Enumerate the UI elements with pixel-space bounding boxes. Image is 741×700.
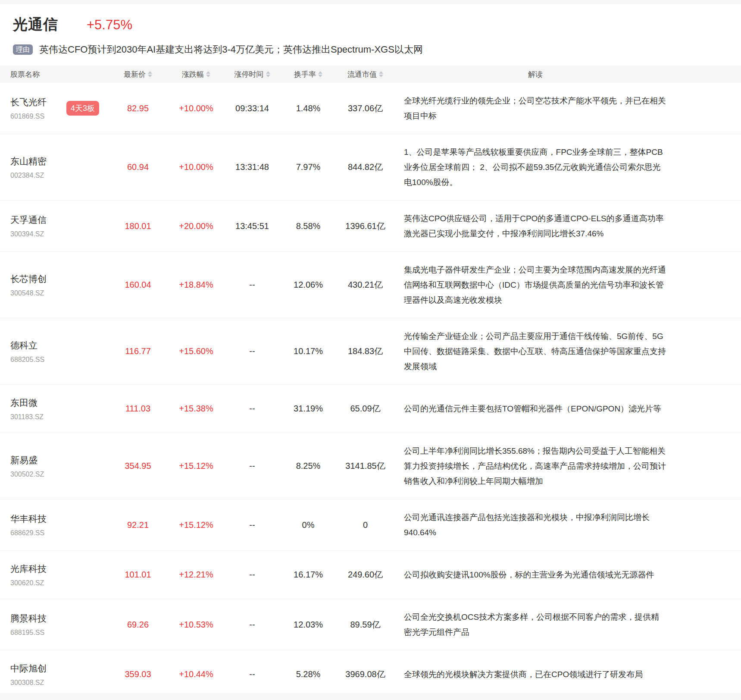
limit-up-streak-badge: 4天3板 [66, 101, 99, 116]
change-percent: +15.12% [168, 510, 224, 540]
limit-up-time: -- [224, 609, 280, 640]
stock-code: 688205.SS [10, 356, 55, 364]
stock-code: 688629.SS [10, 529, 55, 537]
stock-name[interactable]: 东山精密 [10, 155, 55, 167]
stock-name[interactable]: 天孚通信 [10, 214, 55, 226]
stock-name[interactable]: 中际旭创 [10, 662, 55, 675]
market-cap: 65.09亿 [336, 392, 394, 425]
table-row[interactable]: 德科立 688205.SS 116.77 +15.60% -- 10.17% 1… [0, 318, 741, 385]
market-cap: 1396.61亿 [336, 210, 394, 242]
stock-name[interactable]: 东田微 [10, 397, 55, 409]
interpretation-text: 光传输全产业链企业；公司产品主要应用于通信干线传输、5G前传、5G中回传、数据链… [394, 318, 741, 384]
latest-price: 111.03 [108, 393, 168, 424]
table-header: 股票名称 最新价 涨跌幅 涨停时间 换手率 流通市值 解读 [0, 66, 741, 83]
table-row[interactable]: 东山精密 002384.SZ 60.94 +10.00% 13:31:48 7.… [0, 134, 741, 201]
stock-name[interactable]: 新易盛 [10, 454, 55, 466]
table-row[interactable]: 华丰科技 688629.SS 92.21 +15.12% -- 0% 0 公司光… [0, 499, 741, 551]
stock-name-cell: 东田微 301183.SZ [0, 386, 108, 431]
table-row[interactable]: 腾景科技 688195.SS 69.26 +10.53% -- 12.03% 8… [0, 599, 741, 650]
latest-price: 101.01 [108, 559, 168, 590]
market-cap: 3969.08亿 [336, 658, 394, 691]
limit-up-time: 13:31:48 [224, 152, 280, 182]
column-header-market-cap[interactable]: 流通市值 [336, 69, 394, 79]
turnover-rate: 12.06% [280, 270, 336, 300]
stock-name-cell: 天孚通信 300394.SZ [0, 204, 108, 248]
stock-name-cell: 华丰科技 688629.SS [0, 502, 108, 547]
change-percent: +10.53% [168, 609, 224, 640]
stock-name[interactable]: 长芯博创 [10, 273, 55, 285]
bottom-strip [0, 693, 741, 700]
stock-name-cell: 腾景科技 688195.SS [0, 602, 108, 647]
stock-code: 688195.SS [10, 629, 55, 637]
market-cap: 249.60亿 [336, 559, 394, 591]
interpretation-text: 1、公司是苹果等产品线软板重要供应商，FPC业务全球前三，整体PCB业务位居全球… [394, 134, 741, 200]
limit-up-time: -- [224, 659, 280, 690]
sort-icon [266, 71, 270, 77]
reason-badge: 理由 [13, 44, 33, 55]
turnover-rate: 8.25% [280, 451, 336, 481]
stock-name-cell: 光库科技 300620.SZ [0, 552, 108, 597]
stock-code: 300548.SZ [10, 289, 55, 297]
change-percent: +15.12% [168, 451, 224, 481]
table-row[interactable]: 天孚通信 300394.SZ 180.01 +20.00% 13:45:51 8… [0, 201, 741, 252]
stock-code: 601869.SS [10, 113, 55, 120]
stock-name-cell: 新易盛 300502.SZ [0, 444, 108, 489]
limit-up-time: 13:45:51 [224, 211, 280, 242]
table-row[interactable]: 长飞光纤 601869.SS 4天3板 82.95 +10.00% 09:33:… [0, 83, 741, 134]
table-body: 长飞光纤 601869.SS 4天3板 82.95 +10.00% 09:33:… [0, 83, 741, 699]
stock-code: 300308.SZ [10, 679, 55, 687]
interpretation-text: 集成光电子器件研发生产企业；公司主要为全球范围内高速发展的光纤通信网络和互联网数… [394, 252, 741, 318]
table-row[interactable]: 中际旭创 300308.SZ 359.03 +10.44% -- 5.28% 3… [0, 650, 741, 699]
column-header-latest-price[interactable]: 最新价 [108, 69, 168, 79]
latest-price: 69.26 [108, 609, 168, 640]
column-label: 解读 [528, 70, 543, 78]
column-label: 涨跌幅 [182, 70, 204, 78]
latest-price: 82.95 [108, 93, 168, 124]
turnover-rate: 1.48% [280, 93, 336, 124]
column-header-change-percent[interactable]: 涨跌幅 [168, 69, 224, 79]
stock-name[interactable]: 华丰科技 [10, 513, 55, 525]
latest-price: 116.77 [108, 336, 168, 367]
stock-name[interactable]: 德科立 [10, 339, 55, 352]
change-percent: +12.21% [168, 559, 224, 590]
limit-up-time: -- [224, 559, 280, 590]
sector-change-percent: +5.75% [87, 17, 132, 33]
column-label: 流通市值 [347, 70, 377, 78]
top-strip [0, 0, 741, 4]
change-percent: +10.00% [168, 152, 224, 182]
interpretation-text: 英伟达CPO供应链公司，适用于CPO的多通道CPO-ELS的多通道高功率激光器已… [394, 201, 741, 251]
turnover-rate: 0% [280, 510, 336, 540]
change-percent: +20.00% [168, 211, 224, 242]
limit-up-time: 09:33:14 [224, 93, 280, 124]
table-row[interactable]: 新易盛 300502.SZ 354.95 +15.12% -- 8.25% 31… [0, 433, 741, 499]
reason-row: 理由 英伟达CFO预计到2030年AI基建支出将达到3-4万亿美元；英伟达推出S… [13, 43, 741, 56]
stock-name[interactable]: 光库科技 [10, 563, 55, 575]
interpretation-text: 公司全光交换机OCS技术方案多样，公司根据不同客户的需求，提供精密光学元组件产品 [394, 599, 741, 650]
column-header-turnover-rate[interactable]: 换手率 [280, 69, 336, 79]
turnover-rate: 10.17% [280, 336, 336, 367]
turnover-rate: 31.19% [280, 393, 336, 424]
limit-up-time: -- [224, 393, 280, 424]
table-row[interactable]: 长芯博创 300548.SZ 160.04 +18.84% -- 12.06% … [0, 252, 741, 318]
stock-name[interactable]: 腾景科技 [10, 612, 55, 625]
stock-name-cell: 德科立 688205.SS [0, 329, 108, 374]
change-percent: +10.44% [168, 659, 224, 690]
stock-code: 300620.SZ [10, 579, 55, 587]
stock-name[interactable]: 长飞光纤 [10, 96, 55, 108]
limit-up-time: -- [224, 336, 280, 367]
market-cap: 430.21亿 [336, 269, 394, 301]
sort-icon [148, 71, 152, 77]
market-cap: 844.82亿 [336, 151, 394, 183]
limit-up-time: -- [224, 270, 280, 300]
stock-code: 300502.SZ [10, 471, 55, 478]
change-percent: +10.00% [168, 93, 224, 124]
stock-name-cell: 东山精密 002384.SZ [0, 145, 108, 190]
column-header-limit-up-time[interactable]: 涨停时间 [224, 69, 280, 79]
column-label: 涨停时间 [234, 70, 264, 78]
sort-icon [318, 71, 322, 77]
interpretation-text: 公司光通讯连接器产品包括光连接器和光模块，中报净利润同比增长940.64% [394, 499, 741, 550]
column-label: 换手率 [294, 70, 316, 78]
table-row[interactable]: 东田微 301183.SZ 111.03 +15.38% -- 31.19% 6… [0, 385, 741, 433]
table-row[interactable]: 光库科技 300620.SZ 101.01 +12.21% -- 16.17% … [0, 551, 741, 599]
reason-text: 英伟达CFO预计到2030年AI基建支出将达到3-4万亿美元；英伟达推出Spec… [39, 43, 423, 56]
